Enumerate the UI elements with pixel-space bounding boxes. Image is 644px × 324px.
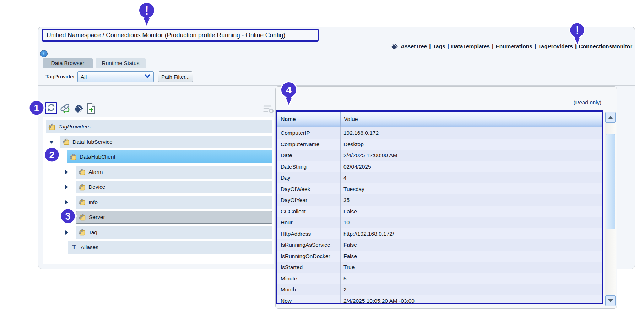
- cell-name: Now: [277, 295, 341, 303]
- cell-value: Desktop: [341, 139, 602, 150]
- page-title: Unified Namespace / Connections Monitor …: [42, 29, 319, 42]
- info-icon[interactable]: i: [40, 50, 48, 57]
- table-row[interactable]: Hour10: [277, 217, 602, 228]
- cell-name: IsRunningOnDocker: [277, 251, 341, 262]
- tree-item-label: DataHubService: [72, 139, 113, 145]
- content-separator: [38, 85, 635, 86]
- table-row[interactable]: ComputerNameDesktop: [277, 139, 602, 150]
- tree-item-server[interactable]: Server: [76, 211, 272, 224]
- vertical-scrollbar[interactable]: [605, 112, 616, 306]
- table-row[interactable]: IsStartedTrue: [277, 262, 602, 273]
- tag-link-icon: [79, 169, 85, 175]
- table-row[interactable]: Minute5: [277, 273, 602, 284]
- table-row[interactable]: IsRunningAsServiceFalse: [277, 239, 602, 251]
- properties-table: Name Value ComputerIP192.168.0.172Comput…: [276, 110, 603, 304]
- tree-item-label: Server: [89, 214, 105, 220]
- expand-arrow-icon[interactable]: [65, 185, 68, 189]
- tab-runtime-status[interactable]: Runtime Status: [96, 58, 146, 68]
- tags-button[interactable]: [74, 104, 83, 114]
- column-header-value[interactable]: Value: [341, 112, 602, 127]
- cell-value: 2: [341, 284, 602, 295]
- table-row[interactable]: IsRunningOnDockerFalse: [277, 251, 602, 262]
- table-row[interactable]: ComputerIP192.168.0.172: [277, 127, 602, 139]
- screenshot-root: Unified Namespace / Connections Monitor …: [0, 0, 644, 324]
- nav-item-connectionsmonitor[interactable]: ConnectionsMonitor: [579, 43, 632, 49]
- nav-item-tags[interactable]: Tags: [433, 43, 445, 49]
- cell-name: ComputerName: [277, 139, 341, 150]
- cell-name: Hour: [277, 217, 341, 228]
- cell-value: 2/4/2025 12:00:00 AM: [341, 150, 602, 161]
- expand-arrow-icon[interactable]: [65, 200, 68, 204]
- tree-item-label: Device: [88, 184, 105, 190]
- nav-item-enumerations[interactable]: Enumerations: [496, 43, 532, 49]
- scroll-down-button[interactable]: [605, 295, 616, 306]
- tree-item-alarm[interactable]: Alarm: [76, 166, 272, 179]
- table-header: Name Value: [277, 112, 602, 127]
- expand-arrow-icon[interactable]: [65, 230, 68, 235]
- table-row[interactable]: GCCollectFalse: [277, 206, 602, 217]
- tree-item-aliases[interactable]: TAliases: [68, 241, 272, 254]
- tag-link-icon: [63, 138, 69, 145]
- tag-link-icon: [70, 154, 76, 160]
- tag-tree-panel: TagProviders DataHubService DataHubClien…: [43, 117, 274, 264]
- tagprovider-dropdown[interactable]: All: [77, 71, 154, 82]
- cell-value: 02/04/2025: [341, 161, 602, 172]
- path-filter-button[interactable]: Path Filter...: [158, 71, 193, 82]
- table-row[interactable]: Month2: [277, 284, 602, 295]
- table-body: ComputerIP192.168.0.172ComputerNameDeskt…: [277, 127, 602, 303]
- triangle-down-icon: [608, 299, 613, 302]
- column-header-name[interactable]: Name: [277, 112, 341, 127]
- nav-items: AssetTree|Tags|DataTemplates|Enumeration…: [401, 43, 632, 50]
- tree-item-tagproviders[interactable]: TagProviders: [46, 120, 272, 133]
- nav-separator: |: [575, 43, 577, 49]
- refresh-button[interactable]: [45, 102, 57, 114]
- tags-icon: [74, 104, 83, 114]
- triangle-up-icon: [608, 116, 613, 119]
- cell-name: DateString: [277, 161, 341, 172]
- nav-item-tagproviders[interactable]: TagProviders: [538, 43, 573, 49]
- tree-item-label: Alarm: [88, 169, 103, 175]
- tree-item-datahubservice[interactable]: DataHubService: [60, 136, 272, 148]
- tree-item-tag[interactable]: Tag: [76, 226, 272, 239]
- nav-item-datatemplates[interactable]: DataTemplates: [451, 43, 490, 49]
- aliases-letter-icon: T: [71, 244, 77, 251]
- tree-item-label: Tag: [88, 229, 97, 236]
- cell-value: Tuesday: [341, 183, 602, 195]
- collapse-arrow-icon[interactable]: [49, 141, 54, 144]
- tags-icon: [391, 43, 398, 50]
- nav-separator: |: [448, 43, 449, 49]
- tag-tree: TagProviders DataHubService DataHubClien…: [43, 120, 274, 254]
- cell-name: Minute: [277, 273, 341, 284]
- tagprovider-dropdown-value: All: [81, 74, 144, 80]
- tab-data-browser[interactable]: Data Browser: [43, 58, 93, 68]
- tagprovider-label: TagProvider:: [45, 73, 76, 80]
- add-tag-button[interactable]: [86, 103, 96, 114]
- cell-name: ComputerIP: [277, 127, 341, 139]
- expand-arrow-icon[interactable]: [65, 170, 68, 174]
- cell-name: DayOfWeek: [277, 183, 341, 195]
- cell-name: Date: [277, 150, 341, 161]
- link-tag-button[interactable]: [60, 103, 71, 114]
- cell-value: 10: [341, 217, 602, 228]
- scrollbar-thumb[interactable]: [606, 134, 615, 229]
- table-row[interactable]: DayOfYear35: [277, 194, 602, 206]
- tree-item-device[interactable]: Device: [76, 181, 272, 193]
- table-row[interactable]: Day4: [277, 172, 602, 183]
- chevron-down-icon: [144, 74, 151, 80]
- table-row[interactable]: HttpAddresshttp://192.168.0.172/: [277, 228, 602, 240]
- filter-options-button[interactable]: [263, 105, 274, 114]
- table-row[interactable]: DateString02/04/2025: [277, 161, 602, 172]
- tree-item-label: Aliases: [81, 244, 98, 251]
- breadcrumb-nav: AssetTree|Tags|DataTemplates|Enumeration…: [391, 42, 632, 51]
- table-row[interactable]: DayOfWeekTuesday: [277, 183, 602, 195]
- tree-item-datahubclient[interactable]: DataHubClient: [67, 150, 272, 163]
- nav-item-assettree[interactable]: AssetTree: [401, 43, 427, 49]
- cell-name: IsRunningAsService: [277, 239, 341, 251]
- cell-value: 35: [341, 194, 602, 206]
- cell-value: 4: [341, 172, 602, 183]
- scroll-up-button[interactable]: [605, 112, 616, 123]
- tree-item-info[interactable]: Info: [76, 196, 272, 209]
- table-row[interactable]: Date2/4/2025 12:00:00 AM: [277, 150, 602, 161]
- table-row[interactable]: Now2/4/2025 10:05:20 AM -03:00: [277, 295, 602, 303]
- tag-link-icon: [79, 184, 85, 191]
